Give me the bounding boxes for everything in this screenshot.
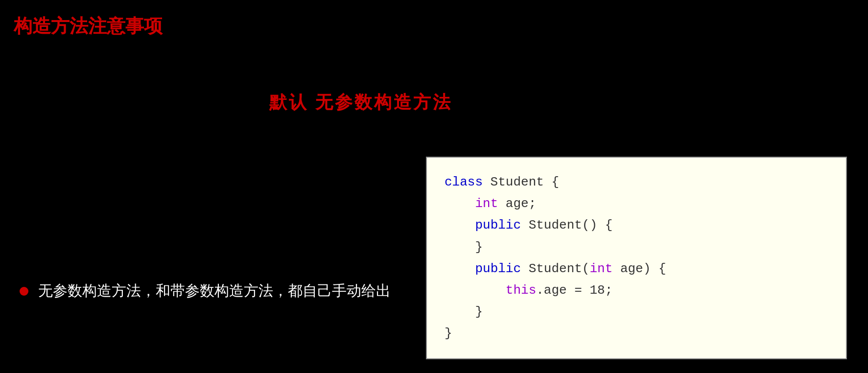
code-line: }	[445, 301, 828, 323]
bullet-text: 无参数构造方法，和带参数构造方法，都自己手动给出	[38, 281, 391, 301]
code-line: public Student(int age) {	[445, 258, 828, 280]
code-line: }	[445, 323, 828, 344]
code-block: class Student { int age; public Student(…	[426, 157, 847, 359]
subtitle: 默认 无参数构造方法	[269, 91, 452, 115]
code-line: int age;	[445, 193, 828, 214]
bullet-dot-icon	[20, 287, 28, 296]
page-title: 构造方法注意事项	[14, 14, 163, 39]
code-line: public Student() {	[445, 214, 828, 236]
code-line: this.age = 18;	[445, 280, 828, 301]
code-line: }	[445, 236, 828, 258]
bullet-item: 无参数构造方法，和带参数构造方法，都自己手动给出	[20, 281, 391, 301]
code-line: class Student {	[445, 171, 828, 193]
